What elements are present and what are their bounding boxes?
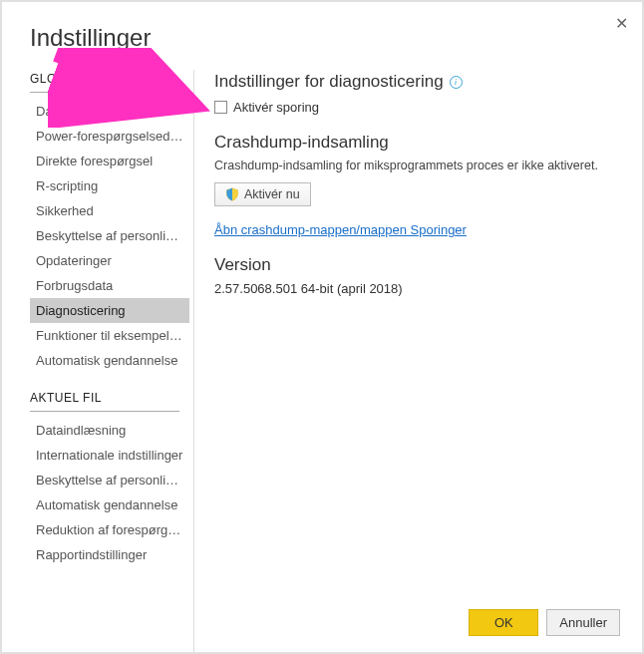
shield-icon: [225, 187, 239, 201]
sidebar-item[interactable]: Opdateringer: [30, 248, 189, 273]
enable-tracing-checkbox[interactable]: Aktivér sporing: [214, 100, 614, 115]
sidebar-item[interactable]: Rapportindstillinger: [30, 542, 189, 567]
activate-now-button[interactable]: Aktivér nu: [214, 182, 311, 206]
close-icon[interactable]: ✕: [615, 14, 628, 33]
main-panel: Indstillinger for diagnosticering i Akti…: [194, 70, 614, 652]
crashdump-section-title: Crashdump-indsamling: [214, 133, 614, 153]
sidebar-item[interactable]: Diagnosticering: [30, 298, 189, 323]
sidebar-item[interactable]: Reduktion af forespørgsl...: [30, 517, 189, 542]
sidebar-item[interactable]: Beskyttelse af personlige...: [30, 468, 189, 492]
ok-button[interactable]: OK: [469, 609, 538, 636]
sidebar-section-head: AKTUEL FIL: [30, 391, 179, 412]
sidebar: GLOBALEDataindlæsningPower-forespørgsels…: [30, 70, 194, 652]
sidebar-item[interactable]: Sikkerhed: [30, 198, 189, 223]
sidebar-item[interactable]: Power-forespørgselseditor: [30, 124, 189, 149]
checkbox-box[interactable]: [214, 101, 227, 114]
sidebar-item[interactable]: Internationale indstillinger: [30, 443, 189, 468]
crashdump-desc: Crashdump-indsamling for miksprogrammets…: [214, 159, 614, 172]
version-section-title: Version: [214, 255, 614, 275]
sidebar-item[interactable]: Beskyttelse af personlige...: [30, 223, 189, 248]
sidebar-item[interactable]: R-scripting: [30, 173, 189, 198]
open-crashdump-folder-link[interactable]: Åbn crashdump-mappen/mappen Sporinger: [214, 222, 467, 237]
sidebar-item[interactable]: Forbrugsdata: [30, 273, 189, 298]
diagnostics-section-title: Indstillinger for diagnosticering i: [214, 72, 614, 92]
sidebar-section-head: GLOBALE: [30, 72, 179, 93]
diagnostics-title-text: Indstillinger for diagnosticering: [214, 72, 444, 92]
window-title: Indstillinger: [30, 24, 614, 52]
sidebar-item[interactable]: Dataindlæsning: [30, 99, 189, 124]
info-icon[interactable]: i: [450, 76, 463, 89]
checkbox-label: Aktivér sporing: [233, 100, 319, 115]
sidebar-item[interactable]: Direkte forespørgsel: [30, 149, 189, 173]
sidebar-item[interactable]: Automatisk gendannelse: [30, 492, 189, 517]
sidebar-item[interactable]: Dataindlæsning: [30, 418, 189, 443]
activate-now-label: Aktivér nu: [244, 187, 300, 201]
sidebar-item[interactable]: Funktioner til eksempelv...: [30, 323, 189, 348]
dialog-footer: OK Annuller: [469, 609, 620, 636]
cancel-button[interactable]: Annuller: [546, 609, 620, 636]
version-value: 2.57.5068.501 64-bit (april 2018): [214, 281, 614, 296]
sidebar-item[interactable]: Automatisk gendannelse: [30, 348, 189, 373]
